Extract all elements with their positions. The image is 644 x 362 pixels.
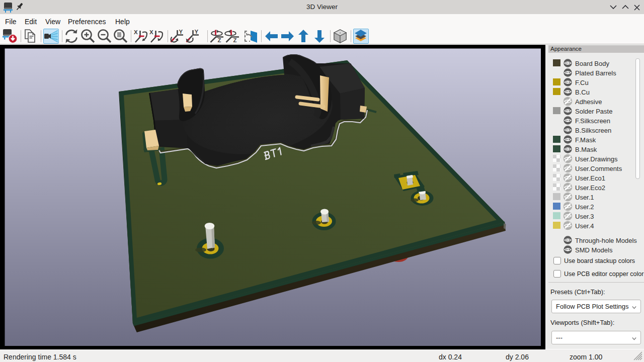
svg-text:Z: Z: [233, 37, 237, 43]
svg-text:X: X: [134, 29, 138, 35]
svg-text:X: X: [149, 29, 153, 35]
svg-text:Y: Y: [179, 29, 183, 35]
svg-text:Y: Y: [195, 29, 199, 35]
svg-text:Z: Z: [218, 37, 221, 43]
